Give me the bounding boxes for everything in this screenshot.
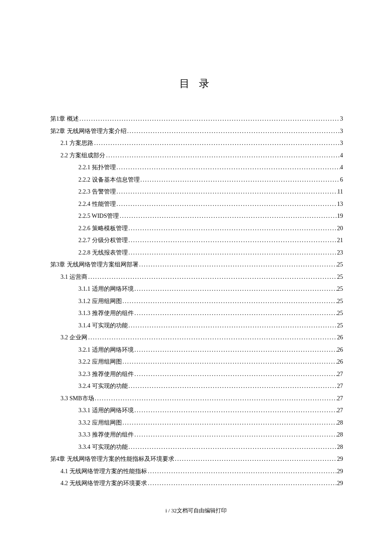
- toc-label: 2.2.5 WIDS管理: [78, 213, 119, 219]
- toc-entry: 3.2 企业网26: [50, 335, 343, 341]
- toc-entry: 3.1.1 适用的网络环境25: [50, 286, 343, 292]
- toc-page-number: 28: [337, 432, 343, 438]
- toc-label: 2.2.2 设备基本信息管理: [78, 177, 140, 183]
- toc-entry: 第3章 无线网络管理方案组网部署25: [50, 262, 343, 268]
- toc-page-number: 26: [337, 347, 343, 353]
- toc-page-number: 3: [340, 128, 343, 134]
- toc-page-number: 13: [337, 201, 343, 207]
- toc-page-number: 25: [337, 310, 343, 316]
- page-title: 目 录: [0, 0, 392, 116]
- toc-label: 3.2.3 推荐使用的组件: [78, 371, 134, 377]
- toc-leader-dots: [174, 456, 337, 462]
- toc-entry: 4.2 无线网络管理方案的环境要求29: [50, 480, 343, 486]
- toc-label: 2.2.3 告警管理: [78, 189, 116, 195]
- toc-leader-dots: [147, 468, 337, 474]
- toc-label: 3.1 运营商: [61, 274, 87, 280]
- toc-entry: 第4章 无线网络管理方案的性能指标及环境要求29: [50, 456, 343, 462]
- toc-leader-dots: [79, 116, 340, 122]
- toc-label: 3.3.3 推荐使用的组件: [78, 432, 134, 438]
- toc-label: 3.2.4 可实现的功能: [78, 383, 128, 389]
- toc-label: 第3章 无线网络管理方案组网部署: [50, 262, 138, 268]
- toc-leader-dots: [147, 480, 337, 486]
- toc-entry: 2.2.4 性能管理13: [50, 201, 343, 207]
- toc-leader-dots: [122, 420, 337, 426]
- toc-page-number: 20: [337, 225, 343, 231]
- toc-page-number: 27: [337, 408, 343, 413]
- toc-page-number: 27: [337, 383, 343, 389]
- toc-leader-dots: [94, 396, 337, 402]
- toc-entry: 3.3.3 推荐使用的组件28: [50, 432, 343, 438]
- toc-label: 3.3 SMB市场: [61, 396, 94, 402]
- toc-leader-dots: [128, 383, 337, 389]
- toc-entry: 2.2.7 分级分权管理21: [50, 237, 343, 243]
- toc-page-number: 25: [337, 298, 343, 304]
- toc-page-number: 27: [337, 396, 343, 402]
- toc-entry: 2.2.5 WIDS管理19: [50, 213, 343, 219]
- toc-entry: 3.1 运营商25: [50, 274, 343, 280]
- toc-leader-dots: [140, 177, 340, 183]
- toc-page-number: 25: [337, 262, 343, 268]
- toc-entry: 3.1.4 可实现的功能25: [50, 323, 343, 329]
- toc-label: 3.1.3 推荐使用的组件: [78, 310, 134, 316]
- toc-entry: 第2章 无线网络管理方案介绍3: [50, 128, 343, 134]
- toc-entry: 3.2.1 适用的网络环境26: [50, 347, 343, 353]
- toc-leader-dots: [116, 165, 340, 171]
- toc-leader-dots: [122, 359, 337, 365]
- toc-leader-dots: [134, 432, 337, 438]
- toc-entry: 4.1 无线网络管理方案的性能指标29: [50, 468, 343, 474]
- toc-entry: 3.2.3 推荐使用的组件27: [50, 371, 343, 377]
- toc-label: 3.2.1 适用的网络环境: [78, 347, 134, 353]
- toc-leader-dots: [87, 335, 337, 341]
- toc-page-number: 4: [340, 165, 343, 171]
- toc-label: 3.2.2 应用组网图: [78, 359, 122, 365]
- toc-page-number: 27: [337, 371, 343, 377]
- toc-leader-dots: [105, 153, 340, 159]
- toc-label: 2.2.6 策略模板管理: [78, 225, 128, 231]
- toc-page-number: 19: [337, 213, 343, 219]
- toc-label: 3.1.2 应用组网图: [78, 298, 122, 304]
- toc-label: 第4章 无线网络管理方案的性能指标及环境要求: [50, 456, 174, 462]
- toc-page-number: 29: [337, 468, 343, 474]
- toc-leader-dots: [116, 189, 337, 195]
- toc-leader-dots: [134, 286, 337, 292]
- toc-entry: 2.2 方案组成部分4: [50, 153, 343, 159]
- toc-leader-dots: [134, 310, 337, 316]
- toc-page-number: 29: [337, 480, 343, 486]
- toc-leader-dots: [128, 444, 337, 450]
- toc-page-number: 3: [340, 140, 343, 146]
- toc-page-number: 6: [340, 177, 343, 183]
- toc-entry: 2.2.6 策略模板管理20: [50, 225, 343, 231]
- toc-leader-dots: [128, 225, 337, 231]
- toc-leader-dots: [93, 140, 340, 146]
- toc-leader-dots: [134, 408, 337, 413]
- toc-label: 第1章 概述: [50, 116, 79, 122]
- toc-page-number: 21: [337, 237, 343, 243]
- toc-label: 2.2.8 无线报表管理: [78, 250, 128, 256]
- toc-entry: 3.2.2 应用组网图26: [50, 359, 343, 365]
- toc-entry: 3.3.4 可实现的功能28: [50, 444, 343, 450]
- toc-entry: 3.3.1 适用的网络环境27: [50, 408, 343, 413]
- toc-entry: 2.2.2 设备基本信息管理6: [50, 177, 343, 183]
- toc-page-number: 26: [337, 359, 343, 365]
- toc-label: 3.1.4 可实现的功能: [78, 323, 128, 329]
- toc-page-number: 25: [337, 274, 343, 280]
- toc-entry: 3.2.4 可实现的功能27: [50, 383, 343, 389]
- toc-entry: 2.2.3 告警管理11: [50, 189, 343, 195]
- toc-page-number: 3: [340, 116, 343, 122]
- toc-page-number: 11: [337, 189, 343, 195]
- toc-entry: 3.1.2 应用组网图25: [50, 298, 343, 304]
- toc-leader-dots: [119, 213, 337, 219]
- toc-label: 3.3.1 适用的网络环境: [78, 408, 134, 413]
- toc-leader-dots: [138, 262, 337, 268]
- toc-page-number: 28: [337, 444, 343, 450]
- toc-page-number: 26: [337, 335, 343, 341]
- table-of-contents: 第1章 概述3第2章 无线网络管理方案介绍32.1 方案思路32.2 方案组成部…: [0, 116, 392, 486]
- toc-label: 3.2 企业网: [61, 335, 87, 341]
- toc-leader-dots: [128, 323, 337, 329]
- toc-entry: 2.2.8 无线报表管理23: [50, 250, 343, 256]
- toc-leader-dots: [127, 128, 340, 134]
- toc-page-number: 25: [337, 323, 343, 329]
- toc-leader-dots: [122, 298, 337, 304]
- toc-label: 4.1 无线网络管理方案的性能指标: [61, 468, 147, 474]
- toc-label: 3.3.2 应用组网图: [78, 420, 122, 426]
